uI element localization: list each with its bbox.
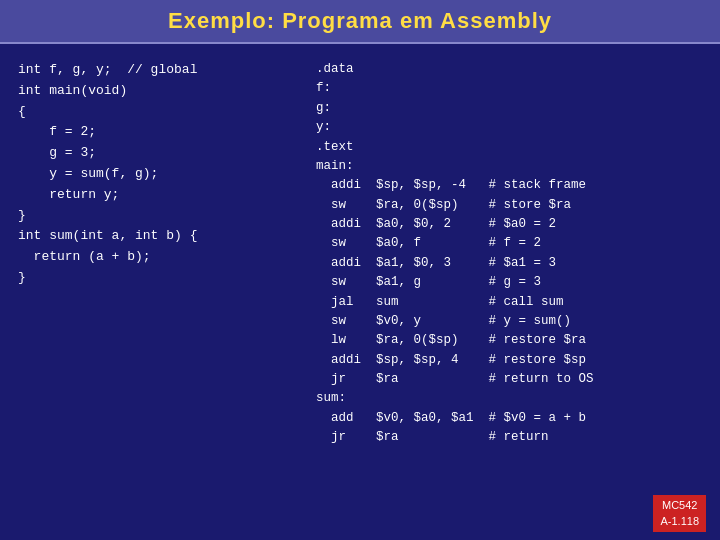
asm-instruction: addi $sp, $sp, -4 # stack frame — [316, 176, 702, 195]
asm-instruction: sw $v0, y # y = sum() — [316, 312, 702, 331]
asm-label-main: main: — [316, 157, 702, 176]
asm-directive: y: — [316, 118, 702, 137]
asm-instruction: addi $a0, $0, 2 # $a0 = 2 — [316, 215, 702, 234]
asm-instruction: addi $a1, $0, 3 # $a1 = 3 — [316, 254, 702, 273]
slide-title: Exemplo: Programa em Assembly — [168, 8, 552, 33]
asm-directive: .text — [316, 138, 702, 157]
asm-instruction: jal sum # call sum — [316, 293, 702, 312]
right-panel: .dataf:g:y:.textmain: addi $sp, $sp, -4 … — [308, 56, 702, 520]
left-code-line: } — [18, 268, 308, 289]
asm-directive: f: — [316, 79, 702, 98]
asm-instruction: sw $ra, 0($sp) # store $ra — [316, 196, 702, 215]
left-code-line: f = 2; — [18, 122, 308, 143]
left-code-line: { — [18, 102, 308, 123]
left-code-line: g = 3; — [18, 143, 308, 164]
left-code-line: return (a + b); — [18, 247, 308, 268]
left-code-line: int sum(int a, int b) { — [18, 226, 308, 247]
left-panel: int f, g, y; // globalint main(void){ f … — [18, 56, 308, 520]
asm-label-sum: sum: — [316, 389, 702, 408]
asm-instruction: lw $ra, 0($sp) # restore $ra — [316, 331, 702, 350]
asm-instruction: jr $ra # return — [316, 428, 702, 447]
left-code-line: } — [18, 206, 308, 227]
asm-instruction: sw $a0, f # f = 2 — [316, 234, 702, 253]
title-bar: Exemplo: Programa em Assembly — [0, 0, 720, 44]
left-code-line: int main(void) — [18, 81, 308, 102]
asm-directive: .data — [316, 60, 702, 79]
slide-id: MC542 A-1.118 — [653, 495, 706, 532]
asm-instruction: jr $ra # return to OS — [316, 370, 702, 389]
left-code-line: y = sum(f, g); — [18, 164, 308, 185]
asm-instruction: add $v0, $a0, $a1 # $v0 = a + b — [316, 409, 702, 428]
asm-instruction: addi $sp, $sp, 4 # restore $sp — [316, 351, 702, 370]
left-code-line: int f, g, y; // global — [18, 60, 308, 81]
left-code-line: return y; — [18, 185, 308, 206]
asm-instruction: sw $a1, g # g = 3 — [316, 273, 702, 292]
asm-directive: g: — [316, 99, 702, 118]
